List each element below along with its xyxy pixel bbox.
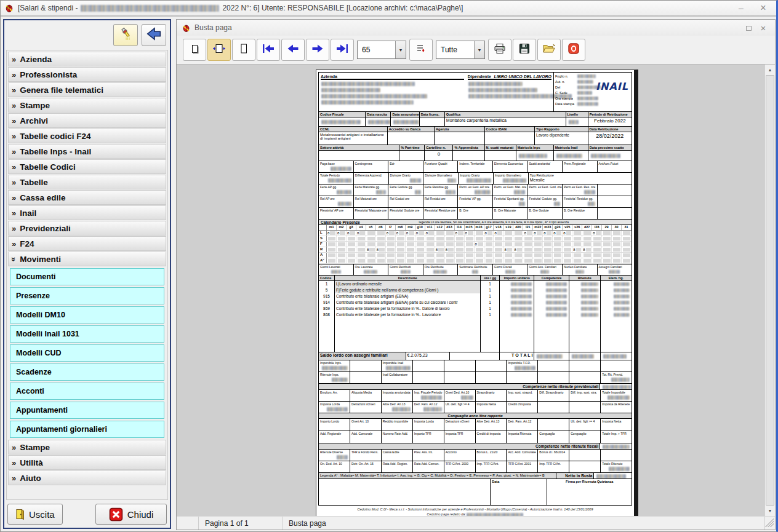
- save-button[interactable]: [513, 39, 536, 61]
- cell-label: Imposta TFR: [444, 431, 475, 435]
- busta-close-button[interactable]: ×: [756, 23, 770, 33]
- sidebar-item-professionista[interactable]: »Professionista: [8, 67, 166, 82]
- uscita-label: Uscita: [29, 509, 55, 520]
- chevron-collapsed-icon: »: [12, 117, 16, 125]
- close-button[interactable]: ×: [754, 2, 772, 14]
- calendar-cell: [327, 253, 337, 258]
- calendar-chip: [428, 231, 434, 235]
- sidebar-subitem-acconti[interactable]: Acconti: [10, 383, 164, 400]
- search-button[interactable]: [113, 24, 138, 46]
- calendar-chip: [399, 231, 404, 235]
- goto-page-button[interactable]: [409, 39, 433, 61]
- flashlight-search-icon: [119, 27, 132, 43]
- sidebar-item-tabelle[interactable]: »Tabelle: [8, 175, 166, 189]
- calendar-chip: [497, 231, 503, 235]
- calendar-chip: [328, 259, 335, 263]
- calendar-chip: [456, 259, 463, 263]
- calendar-chip: [407, 237, 414, 240]
- scroll-up-arrow[interactable]: ▲: [765, 65, 775, 75]
- busta-maximize-button[interactable]: [742, 22, 755, 33]
- prev-page-icon: [286, 43, 300, 57]
- vertical-scrollbar[interactable]: ▲ ▼: [764, 65, 775, 516]
- sidebar-item-stampe[interactable]: »Stampe: [8, 440, 166, 455]
- payslip-row: Codice FiscaleData nascitaData assunzion…: [319, 112, 632, 117]
- payslip-cell: N. scatti maturati: [485, 145, 516, 150]
- calendar-cell: [327, 242, 337, 247]
- last-page-button[interactable]: [331, 39, 354, 61]
- minimize-button[interactable]: –: [732, 3, 750, 13]
- payslip-cell: [319, 479, 491, 505]
- sidebar-item-stampe[interactable]: »Stampe: [8, 98, 166, 113]
- chiudi-button[interactable]: Chiudi: [95, 504, 167, 525]
- sidebar-item-inail[interactable]: »Inail: [8, 205, 166, 220]
- redacted-value: [596, 474, 626, 478]
- open-button[interactable]: [537, 39, 561, 61]
- scroll-down-arrow[interactable]: ▼: [765, 506, 775, 516]
- payslip-cell: Codice: [319, 276, 335, 280]
- resize-grip[interactable]: [765, 518, 774, 527]
- print-button[interactable]: [488, 39, 511, 61]
- sidebar-subitem-modelli-cud[interactable]: Modelli CUD: [10, 344, 164, 362]
- cell-label: Imposta Lorda: [319, 402, 350, 406]
- sidebar-item-archivi[interactable]: »Archivi: [8, 113, 166, 128]
- body-filler-cell: [500, 318, 534, 352]
- calendar-cell: [494, 258, 503, 263]
- payslip-cell: [399, 151, 425, 161]
- uscita-button[interactable]: Uscita: [7, 504, 63, 525]
- calendar-cell: 8: [386, 231, 396, 236]
- sidebar-subitem-scadenze[interactable]: Scadenze: [10, 363, 164, 381]
- info-label: Ora stampa: [555, 97, 577, 100]
- next-page-button[interactable]: [306, 39, 329, 61]
- calendar-chip: [515, 231, 522, 235]
- calendar-cell: [582, 242, 592, 247]
- body-code: 869: [319, 306, 335, 312]
- calendar-chip: [397, 253, 404, 257]
- page-layout-button[interactable]: [183, 39, 206, 61]
- first-page-button[interactable]: [257, 39, 280, 61]
- sidebar-item-cassa-edile[interactable]: »Cassa edile: [8, 190, 166, 205]
- scrollbar-thumb[interactable]: [766, 75, 774, 506]
- payslip-cell: T O T A L I: [500, 352, 534, 360]
- payslip-cell: [569, 402, 601, 413]
- sidebar-subitem-label: Appuntamenti giornalieri: [16, 425, 107, 434]
- sidebar-subitem-appuntamenti-giornalieri[interactable]: Appuntamenti giornalieri: [10, 421, 164, 438]
- sidebar-item-tabelle-inps-inail[interactable]: »Tabelle Inps - Inail: [8, 144, 166, 159]
- payslip-cell: [413, 372, 444, 383]
- back-button[interactable]: [142, 24, 166, 46]
- sidebar-subitem-presenze[interactable]: Presenze: [10, 287, 164, 304]
- whole-page-button[interactable]: [232, 39, 255, 61]
- sidebar-item-azienda[interactable]: »Azienda: [8, 52, 166, 66]
- sidebar-item-previdenziali[interactable]: »Previdenziali: [8, 221, 166, 236]
- fit-width-button[interactable]: [207, 39, 231, 61]
- dropdown-arrow-icon[interactable]: ▼: [474, 41, 484, 58]
- calendar-chip: [417, 253, 424, 257]
- calendar-chip: [387, 237, 395, 240]
- calendar-cell: [533, 247, 543, 252]
- calendar-chip: [515, 242, 522, 246]
- calendar-cell: [592, 242, 602, 247]
- sidebar-item-movimenti[interactable]: »Movimenti: [8, 252, 166, 266]
- sidebar-item-genera-file-telematici[interactable]: »Genera file telematici: [8, 82, 166, 97]
- zoom-select[interactable]: 65▼: [357, 41, 406, 59]
- sidebar-item-utilit[interactable]: »Utilità: [8, 455, 166, 470]
- calendar-chip: [486, 237, 493, 240]
- redacted-value: [614, 307, 630, 311]
- sidebar-subitem-appuntamenti[interactable]: Appuntamenti: [10, 402, 164, 419]
- pages-select[interactable]: Tutte▼: [436, 41, 485, 59]
- calendar-chip: [566, 231, 572, 235]
- prev-page-button[interactable]: [281, 39, 305, 61]
- dropdown-arrow-icon[interactable]: ▼: [395, 41, 406, 58]
- sidebar-item-aiuto[interactable]: »Aiuto: [8, 470, 166, 485]
- sidebar-item-tabelle-codici[interactable]: »Tabelle Codici: [8, 159, 166, 174]
- sidebar-subitem-modelli-inail-1031[interactable]: Modelli Inail 1031: [10, 325, 164, 343]
- sidebar-subitem-documenti[interactable]: Documenti: [10, 268, 164, 285]
- sidebar-item-tabelle-codici-f24[interactable]: »Tabelle codici F24: [8, 129, 166, 143]
- sidebar-subitem-modelli-dm10[interactable]: Modelli DM10: [10, 306, 164, 324]
- exit-preview-button[interactable]: [562, 39, 585, 61]
- calendar-cell: [445, 231, 455, 236]
- redacted-value: [410, 178, 421, 183]
- calendar-cell: [494, 236, 503, 241]
- window-title-suffix: 2022 N°: 6] Utente: RESPONSABILE [Locazi…: [222, 4, 463, 12]
- payslip-cell: Metalmeccanici artigiani e installazione…: [319, 132, 388, 145]
- sidebar-item-f24[interactable]: »F24: [8, 236, 166, 251]
